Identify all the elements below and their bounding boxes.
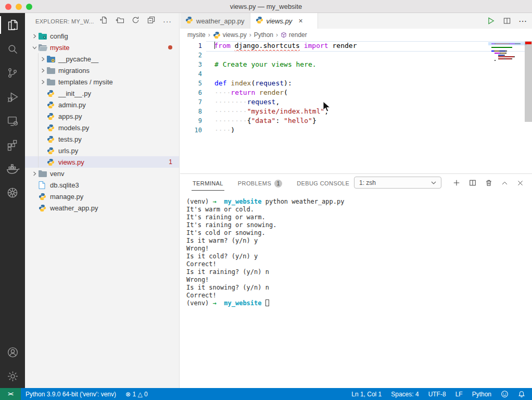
minimap-line bbox=[491, 47, 524, 48]
remote-indicator[interactable]: >< bbox=[0, 388, 21, 400]
python-icon bbox=[47, 101, 57, 109]
status-item-lf[interactable]: LF bbox=[451, 388, 467, 400]
panel-tab-problems[interactable]: PROBLEMS1 bbox=[237, 175, 283, 191]
chevron-right-icon[interactable] bbox=[30, 171, 39, 176]
close-window-button[interactable] bbox=[5, 4, 11, 10]
panel-tab-debug-console[interactable]: DEBUG CONSOLE bbox=[296, 176, 350, 190]
code-line-6[interactable]: 6····return render( bbox=[180, 88, 532, 97]
new-terminal-button[interactable] bbox=[453, 179, 460, 186]
tree-item-views-py[interactable]: views.py1 bbox=[25, 156, 179, 168]
tree-item-label: models.py bbox=[58, 124, 89, 132]
zoom-window-button[interactable] bbox=[26, 4, 32, 10]
problem-count-badge: 1 bbox=[169, 158, 172, 166]
code-line-9[interactable]: 9········{"data": "hello"} bbox=[180, 116, 532, 126]
code-line-1[interactable]: 1from django.shortcuts import render bbox=[180, 41, 532, 51]
more-icon[interactable]: ··· bbox=[163, 19, 172, 23]
terminal-line: It's raining or snowing. bbox=[186, 221, 532, 229]
panel-tab-terminal[interactable]: TERMINAL bbox=[192, 176, 224, 191]
tree-item-apps-py[interactable]: apps.py bbox=[25, 110, 179, 122]
run-debug-icon[interactable] bbox=[0, 85, 25, 109]
code-line-4[interactable]: 4 bbox=[180, 69, 532, 79]
notifications-bell-icon[interactable] bbox=[513, 388, 530, 400]
refresh-icon[interactable] bbox=[132, 16, 140, 26]
breadcrumb-item-python[interactable]: Python bbox=[254, 31, 273, 39]
tree-item-tests-py[interactable]: tests.py bbox=[25, 133, 179, 145]
chevron-down-icon[interactable] bbox=[30, 45, 39, 50]
split-editor-icon[interactable] bbox=[503, 17, 511, 25]
tree-item-venv[interactable]: venv bbox=[25, 168, 179, 179]
code-line-10[interactable]: 10····) bbox=[180, 126, 532, 135]
breadcrumb-item-mysite[interactable]: mysite bbox=[187, 31, 206, 39]
settings-icon[interactable] bbox=[0, 364, 25, 388]
close-tab-icon[interactable]: × bbox=[298, 17, 302, 24]
terminal-line: Correct! bbox=[186, 260, 532, 268]
kubernetes-icon[interactable] bbox=[0, 181, 25, 205]
status-item-ln-1-col-1[interactable]: Ln 1, Col 1 bbox=[347, 388, 386, 400]
run-python-file-button[interactable] bbox=[486, 16, 496, 26]
code-line-text: # Create your views here. bbox=[214, 60, 316, 69]
status-item-python[interactable]: Python bbox=[467, 388, 496, 400]
more-actions-icon[interactable]: ⋯ bbox=[518, 16, 527, 26]
tree-item-label: config bbox=[50, 32, 68, 40]
source-control-icon[interactable] bbox=[0, 61, 25, 85]
editor-group: weather_app.pyviews.py× ⋯ mysite›views.p… bbox=[180, 13, 532, 388]
tree-item-templates-mysite[interactable]: templates / mysite bbox=[25, 76, 179, 88]
tree-item-weather-app-py[interactable]: weather_app.py bbox=[25, 202, 179, 214]
status-bar-right: Ln 1, Col 1Spaces: 4UTF-8LFPython bbox=[347, 388, 532, 400]
chevron-right-icon[interactable] bbox=[30, 34, 39, 39]
tab-weather-app-py[interactable]: weather_app.py bbox=[180, 13, 250, 29]
breadcrumb-item-render[interactable]: render bbox=[281, 31, 307, 39]
indent-guide bbox=[38, 110, 39, 122]
scrollbar[interactable] bbox=[525, 41, 532, 173]
remote-explorer-icon[interactable] bbox=[0, 109, 25, 133]
code-line-2[interactable]: 2 bbox=[180, 51, 532, 60]
status-item-spaces-4[interactable]: Spaces: 4 bbox=[386, 388, 423, 400]
tab-bar: weather_app.pyviews.py× ⋯ bbox=[180, 13, 532, 29]
tree-item-mysite[interactable]: mysite bbox=[25, 42, 179, 53]
tree-item--init-py[interactable]: __init__.py bbox=[25, 88, 179, 99]
terminal-output[interactable]: (venv) → my_website python weather_app.p… bbox=[180, 192, 532, 388]
python-interpreter-status[interactable]: Python 3.9.0 64-bit ('venv': venv) bbox=[21, 388, 121, 400]
tree-item-urls-py[interactable]: urls.py bbox=[25, 145, 179, 156]
folder-gray-icon bbox=[47, 67, 57, 74]
breadcrumb-item-views-py[interactable]: views.py bbox=[213, 31, 247, 39]
minimap[interactable] bbox=[491, 43, 524, 62]
python-icon bbox=[47, 135, 57, 143]
feedback-icon[interactable] bbox=[496, 388, 513, 400]
chevron-right-icon[interactable] bbox=[39, 57, 47, 61]
problems-status[interactable]: ⊗ 1 △ 0 bbox=[121, 388, 153, 400]
extensions-icon[interactable] bbox=[0, 133, 25, 157]
tree-item-migrations[interactable]: migrations bbox=[25, 65, 179, 76]
close-panel-button[interactable] bbox=[517, 180, 524, 186]
status-item-utf-8[interactable]: UTF-8 bbox=[424, 388, 451, 400]
new-file-icon[interactable] bbox=[100, 16, 108, 26]
terminal-shell-select[interactable]: 1: zsh bbox=[354, 177, 441, 189]
tree-item-models-py[interactable]: models.py bbox=[25, 122, 179, 133]
tab-views-py[interactable]: views.py× bbox=[250, 13, 318, 29]
collapse-all-icon[interactable] bbox=[147, 16, 155, 26]
explorer-icon[interactable] bbox=[0, 13, 25, 37]
chevron-right-icon[interactable] bbox=[39, 68, 47, 73]
split-terminal-button[interactable] bbox=[469, 179, 476, 186]
tree-item--pycache-[interactable]: __pycache__ bbox=[25, 53, 179, 65]
new-folder-icon[interactable] bbox=[116, 16, 124, 26]
minimap-line bbox=[491, 58, 524, 59]
code-line-3[interactable]: 3# Create your views here. bbox=[180, 60, 532, 69]
maximize-panel-button[interactable] bbox=[501, 180, 508, 186]
code-line-5[interactable]: 5def index(request): bbox=[180, 79, 532, 88]
tree-item-config[interactable]: config bbox=[25, 30, 179, 42]
scrollbar-slider[interactable] bbox=[525, 41, 532, 122]
docker-icon[interactable] bbox=[0, 157, 25, 181]
tree-item-db-sqlite3[interactable]: db.sqlite3 bbox=[25, 179, 179, 191]
code-editor[interactable]: 1from django.shortcuts import render23# … bbox=[180, 41, 532, 173]
kill-terminal-button[interactable] bbox=[485, 179, 492, 186]
tree-item-admin-py[interactable]: admin.py bbox=[25, 99, 179, 110]
code-line-7[interactable]: 7········request, bbox=[180, 97, 532, 107]
search-icon[interactable] bbox=[0, 37, 25, 61]
chevron-right-icon[interactable] bbox=[39, 80, 47, 84]
tree-item-manage-py[interactable]: manage.py bbox=[25, 191, 179, 202]
folder-open-icon bbox=[39, 44, 49, 51]
minimize-window-button[interactable] bbox=[16, 4, 22, 10]
code-line-8[interactable]: 8········"mysite/index.html", bbox=[180, 107, 532, 116]
account-icon[interactable] bbox=[0, 340, 25, 364]
